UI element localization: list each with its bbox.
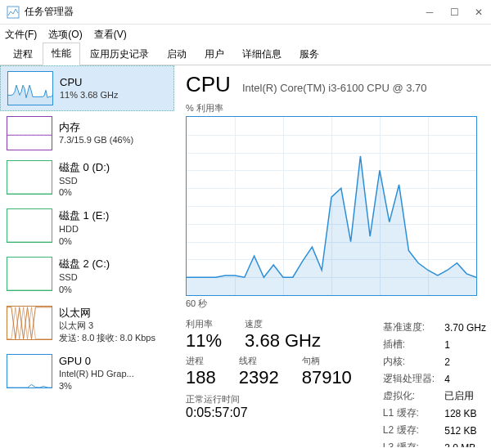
tab-2[interactable]: 应用历史记录 [82, 44, 157, 65]
menu-file[interactable]: 文件(F) [5, 28, 37, 42]
sidebar-item-title: 磁盘 0 (D:) [59, 160, 110, 175]
stat-row: 逻辑处理器:4 [383, 371, 486, 387]
sidebar-item-disk-d[interactable]: 磁盘 0 (D:)SSD0% [0, 155, 174, 204]
stat-row: 基准速度:3.70 GHz [383, 320, 486, 335]
thumb-mem [7, 116, 52, 150]
sidebar-item-title: 以太网 [59, 306, 155, 320]
thumb-gpu [7, 354, 52, 388]
cpu-model: Intel(R) Core(TM) i3-6100 CPU @ 3.70 [242, 82, 427, 94]
svg-marker-2 [187, 156, 476, 295]
sidebar-item-title: 磁盘 1 (E:) [59, 208, 109, 223]
stat-label: 进程 [186, 355, 216, 367]
tab-0[interactable]: 进程 [5, 44, 41, 65]
app-icon [7, 6, 20, 19]
uptime-value: 0:05:57:07 [186, 405, 352, 420]
tab-1[interactable]: 性能 [43, 43, 80, 65]
minimize-button[interactable]: ─ [424, 7, 435, 18]
sidebar-item-disk-c[interactable]: 磁盘 2 (C:)SSD0% [0, 252, 174, 300]
close-button[interactable]: ✕ [473, 7, 484, 18]
thumb-eth [7, 306, 52, 340]
stat-value: 3.68 GHz [245, 330, 321, 352]
stat-value: 188 [186, 367, 216, 388]
menubar: 文件(F) 选项(O) 查看(V) [0, 25, 491, 44]
sidebar-item-sub: SSD [59, 175, 110, 187]
sidebar-item-title: CPU [60, 75, 119, 90]
titlebar: 任务管理器 ─ ☐ ✕ [0, 0, 491, 25]
sidebar-item-eth[interactable]: 以太网以太网 3发送: 8.0 接收: 8.0 Kbps [0, 301, 174, 349]
stat-row: L1 缓存:128 KB [383, 405, 486, 421]
tabs: 进程性能应用历史记录启动用户详细信息服务 [0, 44, 491, 65]
sidebar-item-sub: 7.3/15.9 GB (46%) [59, 134, 133, 146]
sidebar-item-title: 磁盘 2 (C:) [59, 257, 110, 271]
stat-label: 线程 [239, 355, 279, 367]
stat-value: 11% [186, 330, 222, 352]
stat-row: 插槽:1 [383, 337, 486, 352]
stat-label: 句柄 [302, 355, 352, 367]
stat-label: 速度 [245, 318, 321, 330]
cpu-chart [186, 116, 477, 296]
chart-ylabel: % 利用率 [186, 102, 491, 114]
thumb-disk-d [7, 160, 52, 195]
sidebar-item-gpu[interactable]: GPU 0Intel(R) HD Grap...3% [0, 349, 174, 397]
sidebar-item-sub: 以太网 3 [59, 320, 155, 332]
stat-value: 2392 [239, 367, 279, 388]
tab-5[interactable]: 详细信息 [234, 44, 290, 65]
stat-row: 内核:2 [383, 354, 486, 370]
main-title: CPU [186, 72, 231, 97]
menu-options[interactable]: 选项(O) [48, 28, 82, 42]
sidebar-item-sub: SSD [59, 271, 110, 284]
tab-3[interactable]: 启动 [159, 44, 195, 65]
sidebar-item-title: 内存 [59, 120, 133, 135]
chart-xlabel: 60 秒 [186, 298, 491, 310]
window-title: 任务管理器 [25, 5, 424, 19]
tab-4[interactable]: 用户 [196, 44, 232, 65]
stat-label: 利用率 [186, 318, 222, 330]
stat-row: 虚拟化:已启用 [383, 388, 486, 404]
sidebar: CPU11% 3.68 GHz内存7.3/15.9 GB (46%)磁盘 0 (… [0, 65, 174, 447]
sidebar-item-title: GPU 0 [59, 354, 134, 369]
sidebar-item-sub: 11% 3.68 GHz [60, 89, 119, 101]
stats-table: 基准速度:3.70 GHz插槽:1内核:2逻辑处理器:4虚拟化:已启用L1 缓存… [381, 318, 488, 447]
main-panel: CPU Intel(R) Core(TM) i3-6100 CPU @ 3.70… [174, 65, 491, 447]
maximize-button[interactable]: ☐ [448, 7, 460, 18]
sidebar-item-mem[interactable]: 内存7.3/15.9 GB (46%) [0, 111, 174, 155]
sidebar-item-sub: Intel(R) HD Grap... [59, 368, 134, 380]
sidebar-item-disk-e[interactable]: 磁盘 1 (E:)HDD0% [0, 204, 174, 252]
sidebar-item-cpu[interactable]: CPU11% 3.68 GHz [0, 65, 174, 111]
thumb-cpu [7, 71, 53, 105]
stat-row: L3 缓存:3.0 MB [383, 440, 486, 447]
thumb-disk-c [7, 257, 52, 291]
thumb-disk-e [7, 208, 52, 243]
tab-6[interactable]: 服务 [291, 44, 327, 65]
menu-view[interactable]: 查看(V) [94, 28, 127, 42]
uptime-label: 正常运行时间 [186, 393, 352, 405]
stat-value: 87910 [302, 367, 352, 388]
stat-row: L2 缓存:512 KB [383, 423, 486, 438]
sidebar-item-sub: HDD [59, 223, 109, 235]
